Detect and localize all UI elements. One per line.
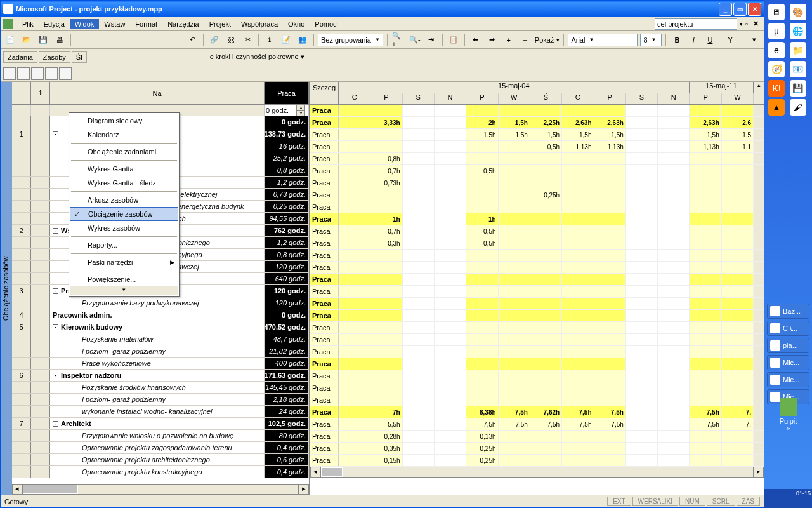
view-tab-1[interactable]: Zasoby — [39, 51, 70, 63]
resource-row[interactable]: Pozyskanie materiałów48,7 godz. — [12, 333, 309, 345]
task-button-1[interactable]: C:\... — [767, 321, 809, 336]
view-icon-4[interactable] — [45, 67, 58, 80]
open-button[interactable]: 📂 — [20, 33, 34, 47]
restore-button[interactable]: ▫ — [745, 20, 748, 28]
timephased-row[interactable]: Praca5,5h7,5h7,5h7,5h7,5h7,5h7,5h7, — [310, 418, 764, 431]
resource-row[interactable]: 5-Kierownik budowy470,52 godz. — [12, 321, 309, 333]
show-label[interactable]: Pokaż — [535, 36, 554, 44]
name-column-header[interactable]: Na — [50, 82, 265, 104]
timephased-row[interactable]: Praca0,25h — [310, 189, 764, 201]
ql-icon-7[interactable]: 🧭 — [768, 61, 785, 77]
ql-icon-2[interactable]: 🎨 — [790, 4, 806, 20]
resource-row[interactable]: Opracowanie projektu architektonicznego0… — [12, 454, 309, 466]
timephased-row[interactable]: Praca7h8,38h7,5h7,62h7,5h7,5h7,5h7, — [310, 406, 764, 418]
show-subtasks-button[interactable]: + — [502, 33, 516, 47]
maximize-button[interactable]: ▭ — [733, 3, 747, 16]
help-search-dropdown-icon[interactable]: ▾ — [740, 21, 743, 27]
close-button[interactable]: ✕ — [748, 3, 761, 16]
timephased-row[interactable]: Praca0,5h1,13h1,13h1,13h1,1 — [310, 141, 764, 153]
guide-breadcrumb[interactable]: e kroki i czynności pokrewne ▾ — [206, 51, 308, 62]
underline-button[interactable]: U — [703, 33, 717, 47]
view-icon-5[interactable] — [59, 67, 72, 80]
timephased-row[interactable]: Praca0,73h — [310, 177, 764, 189]
menu-item-raporty-[interactable]: Raporty... — [70, 238, 178, 252]
timephased-row[interactable]: Praca — [310, 310, 764, 322]
timephased-row[interactable]: Praca — [310, 274, 764, 286]
outdent-button[interactable]: ⬅ — [469, 33, 483, 47]
menu-edycja[interactable]: Edycja — [39, 19, 70, 29]
resource-row[interactable]: 6-Inspektor nadzoru171,63 godz. — [12, 370, 309, 382]
menu-narzędzia[interactable]: Narzędzia — [162, 19, 204, 29]
ql-icon-11[interactable]: ▲ — [768, 99, 785, 116]
resource-row[interactable]: I poziom- garaż podziemny21,82 godz. — [12, 345, 309, 358]
details-header[interactable]: Szczeg — [310, 82, 339, 93]
left-scrollbar[interactable]: ◂▸ — [12, 484, 309, 495]
ql-icon-5[interactable]: e — [768, 42, 785, 58]
scroll-up-button[interactable]: ▴ — [754, 82, 764, 93]
resource-row[interactable]: Przygotowanie wniosku o pozwolenie na bu… — [12, 430, 309, 442]
zoom-out-button[interactable]: 🔍- — [408, 33, 422, 47]
timephased-row[interactable]: Praca3,33h2h1,5h2,25h2,63h2,63h2,63h2,6 — [310, 117, 764, 129]
timephased-row[interactable]: Praca0,35h0,25h — [310, 443, 764, 455]
copy-picture-button[interactable]: 📋 — [447, 33, 461, 47]
menu-item-wykres-gantta-ledz-[interactable]: Wykres Gantta - śledz. — [70, 176, 178, 190]
resource-row[interactable]: Prace wykończeniowe400 godz. — [12, 358, 309, 370]
view-tab-0[interactable]: Zadania — [3, 51, 37, 63]
menu-item-kalendarz[interactable]: Kalendarz — [70, 128, 178, 142]
menu-item-powi-kszenie-[interactable]: Powiększenie... — [70, 272, 178, 286]
resource-row[interactable]: Przygotowanie bazy podwykonawczej120 god… — [12, 297, 309, 309]
new-button[interactable]: 📄 — [3, 33, 17, 47]
timephased-row[interactable]: Praca — [310, 201, 764, 213]
timephased-row[interactable]: Praca — [310, 322, 764, 334]
notes-button[interactable]: 📝 — [279, 33, 293, 47]
right-scrollbar[interactable]: ◂▸ — [310, 467, 764, 478]
goto-button[interactable]: ⇥ — [424, 33, 438, 47]
timephased-row[interactable]: Praca — [310, 286, 764, 298]
ql-icon-4[interactable]: 🌐 — [790, 23, 806, 39]
save-button[interactable]: 💾 — [36, 33, 50, 47]
menu-współpraca[interactable]: Współpraca — [236, 19, 283, 29]
resource-row[interactable]: Opracowanie projektu zagospodarowania te… — [12, 442, 309, 454]
menu-item-wykres-gantta[interactable]: Wykres Gantta — [70, 162, 178, 176]
timephased-row[interactable]: Praca — [310, 394, 764, 406]
view-tab-2[interactable]: Śl — [72, 51, 87, 63]
menu-item-obci-enie-zasob-w[interactable]: ✓Obciążenie zasobów — [70, 207, 178, 221]
bold-button[interactable]: B — [670, 33, 684, 47]
menu-okno[interactable]: Okno — [283, 19, 310, 29]
menu-item-paski-narz-dzi[interactable]: Paski narzędzi▶ — [70, 255, 178, 269]
filter-button[interactable]: Y= — [725, 33, 739, 47]
timephased-row[interactable]: Praca0,3h0,5h — [310, 237, 764, 250]
spinner-up[interactable]: ▴ — [296, 105, 305, 110]
timephased-row[interactable]: Praca — [310, 250, 764, 262]
font-size-combo[interactable]: 8▼ — [640, 34, 662, 46]
minimize-button[interactable]: _ — [719, 3, 732, 16]
zoom-in-button[interactable]: 🔍+ — [391, 33, 405, 47]
doc-close-button[interactable]: ✕ — [750, 20, 761, 28]
ql-icon-10[interactable]: 💾 — [790, 80, 806, 97]
undo-button[interactable]: ↶ — [185, 33, 199, 47]
menu-item-obci-enie-zadaniami[interactable]: Obciążenie zadaniami — [70, 145, 178, 159]
assign-button[interactable]: 👥 — [296, 33, 310, 47]
help-search-input[interactable] — [655, 18, 737, 30]
timephased-row[interactable]: Praca — [310, 262, 764, 274]
timephased-row[interactable]: Praca — [310, 370, 764, 382]
indent-button[interactable]: ➡ — [485, 33, 499, 47]
work-edit-input[interactable] — [265, 107, 296, 114]
timephased-row[interactable]: Praca1,5h1,5h1,5h1,5h1,5h1,5h1,5 — [310, 129, 764, 141]
ql-icon-1[interactable]: 🖥 — [768, 4, 785, 20]
task-button-2[interactable]: pla... — [767, 338, 809, 353]
show-desktop-button[interactable]: Pulpit» — [764, 398, 812, 432]
task-button-4[interactable]: Mic... — [767, 372, 809, 387]
italic-button[interactable]: I — [686, 33, 700, 47]
link-button[interactable]: 🔗 — [207, 33, 221, 47]
task-button-3[interactable]: Mic... — [767, 355, 809, 370]
ql-icon-8[interactable]: 📧 — [790, 61, 806, 77]
timephased-row[interactable]: Praca — [310, 358, 764, 370]
timephased-row[interactable]: Praca0,7h0,5h — [310, 165, 764, 177]
split-button[interactable]: ✂ — [240, 33, 254, 47]
timephased-row[interactable]: Praca — [310, 334, 764, 346]
system-tray[interactable]: 01-15 — [764, 489, 812, 508]
menu-item-wykres-zasob-w[interactable]: Wykres zasobów — [70, 221, 178, 235]
resource-row[interactable]: wykonanie instalaci wodno- kanalizacyjne… — [12, 406, 309, 418]
timephased-row[interactable]: Praca0,7h0,5h — [310, 225, 764, 237]
